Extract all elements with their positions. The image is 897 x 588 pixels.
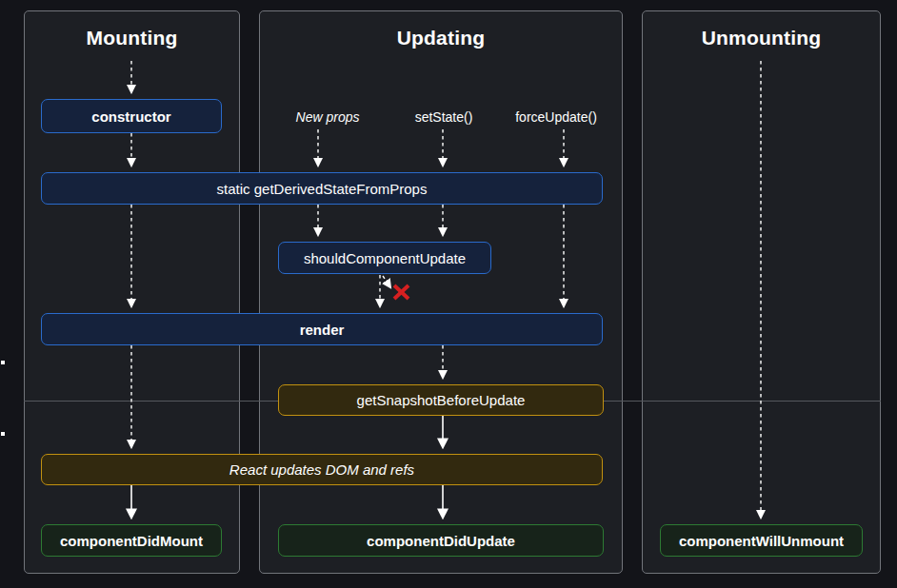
- box-component-did-update[interactable]: componentDidUpdate: [278, 524, 604, 557]
- column-title-unmounting: Unmounting: [642, 26, 881, 50]
- trigger-new-props: New props: [280, 108, 375, 126]
- left-edge-dot: [1, 432, 5, 436]
- box-constructor[interactable]: constructor: [41, 99, 222, 133]
- left-edge-dot: [1, 361, 5, 364]
- box-get-derived-state-from-props[interactable]: static getDerivedStateFromProps: [41, 172, 603, 205]
- column-title-mounting: Mounting: [24, 26, 240, 50]
- trigger-set-state: setState(): [396, 108, 491, 126]
- trigger-force-update: forceUpdate(): [499, 108, 613, 126]
- box-render[interactable]: render: [41, 313, 603, 345]
- panel-unmounting: [642, 10, 881, 574]
- panel-mounting: [24, 10, 240, 574]
- column-title-updating: Updating: [259, 26, 623, 50]
- box-get-snapshot-before-update[interactable]: getSnapshotBeforeUpdate: [278, 384, 604, 416]
- lifecycle-diagram: Mounting Updating Unmounting New props s…: [0, 0, 897, 588]
- box-react-updates-dom: React updates DOM and refs: [41, 454, 603, 485]
- panel-updating: [259, 10, 623, 574]
- box-should-component-update[interactable]: shouldComponentUpdate: [278, 242, 491, 274]
- box-component-did-mount[interactable]: componentDidMount: [41, 524, 222, 557]
- box-component-will-unmount[interactable]: componentWillUnmount: [660, 524, 863, 557]
